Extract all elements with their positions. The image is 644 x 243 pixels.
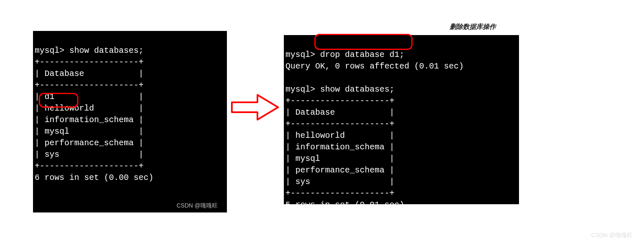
mysql-prompt-line: mysql> show databases;: [285, 85, 394, 94]
terminal-after: mysql> drop database d1; Query OK, 0 row…: [284, 35, 519, 204]
table-separator: +--------------------+: [35, 57, 144, 67]
table-separator: +--------------------+: [35, 80, 144, 90]
result-summary: 5 rows in set (0.01 sec): [285, 200, 404, 210]
table-row: | mysql |: [285, 154, 394, 163]
table-row: | d1 |: [35, 92, 144, 101]
table-row: | sys |: [35, 150, 144, 159]
mysql-prompt-line: mysql> drop database d1;: [285, 50, 404, 59]
table-row: | mysql |: [35, 127, 144, 136]
mysql-prompt-line: mysql> show databases;: [35, 46, 144, 55]
table-header: | Database |: [285, 108, 394, 117]
table-row: | information_schema |: [285, 142, 394, 152]
table-row: | helloworld |: [35, 104, 144, 113]
table-row: | information_schema |: [35, 115, 144, 125]
watermark-text: CSDN @嘎嘎旺: [591, 232, 632, 239]
terminal-before: mysql> show databases; +----------------…: [33, 31, 227, 212]
table-separator: +--------------------+: [285, 119, 394, 129]
result-summary: 6 rows in set (0.00 sec): [35, 173, 153, 182]
table-separator: +--------------------+: [35, 161, 144, 171]
annotation-title: 删除数据库操作: [450, 23, 496, 31]
svg-marker-0: [232, 95, 278, 120]
table-separator: +--------------------+: [285, 189, 394, 198]
table-header: | Database |: [35, 69, 144, 78]
table-row: | performance_schema |: [35, 138, 144, 148]
watermark-text: CSDN @嘎嘎旺: [177, 202, 218, 210]
arrow-right-icon: [230, 91, 280, 124]
table-separator: +--------------------+: [285, 96, 394, 106]
table-row: | helloworld |: [285, 131, 394, 140]
query-result-line: Query OK, 0 rows affected (0.01 sec): [285, 61, 464, 71]
table-row: | sys |: [285, 177, 394, 186]
table-row: | performance_schema |: [285, 165, 394, 175]
